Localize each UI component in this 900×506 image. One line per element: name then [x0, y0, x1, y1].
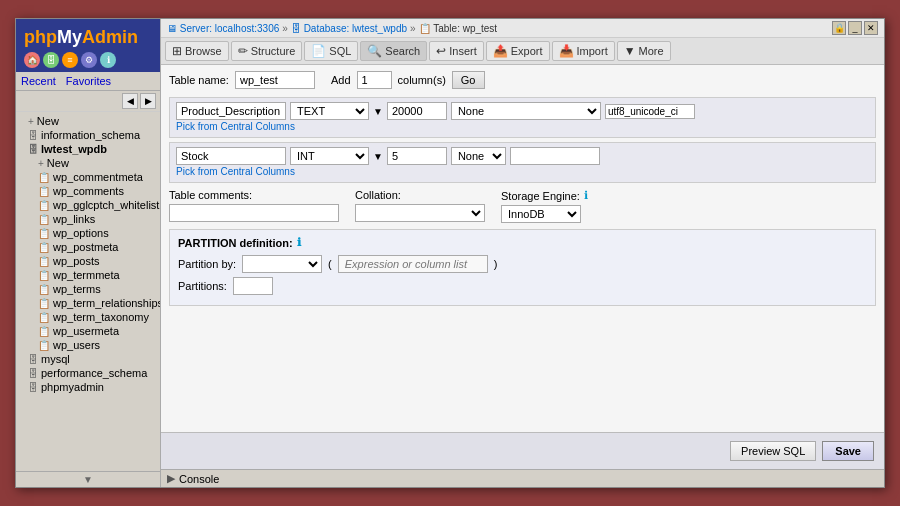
search-icon: 🔍 — [367, 44, 382, 58]
tree-item-information-schema[interactable]: 🗄 information_schema — [16, 128, 160, 142]
tree-label: New — [47, 157, 69, 169]
sql-icon[interactable]: ≡ — [62, 52, 78, 68]
tree-item-performance-schema[interactable]: 🗄 performance_schema — [16, 366, 160, 380]
col1-type-select[interactable]: TEXT INT VARCHAR — [290, 102, 369, 120]
col1-default-select[interactable]: None NULL CURRENT_TIMESTAMP — [451, 102, 601, 120]
table-name-input[interactable] — [235, 71, 315, 89]
tree-label: wp_usermeta — [53, 325, 119, 337]
table-icon: 📋 — [38, 270, 50, 281]
tree-item-wp-comments[interactable]: 📋 wp_comments — [16, 184, 160, 198]
table-icon: 📋 — [38, 312, 50, 323]
table-comments-group: Table comments: — [169, 189, 339, 223]
col2-pick-central[interactable]: Pick from Central Columns — [176, 165, 869, 178]
database-breadcrumb[interactable]: 🗄 Database: lwtest_wpdb — [291, 23, 407, 34]
recent-nav[interactable]: Recent — [21, 75, 56, 87]
col2-default-select[interactable]: None NULL — [451, 147, 506, 165]
minimize-btn[interactable]: _ — [848, 21, 862, 35]
table-comments-label: Table comments: — [169, 189, 339, 201]
gear-icon[interactable]: ⚙ — [81, 52, 97, 68]
tree-label: lwtest_wpdb — [41, 143, 107, 155]
sep2: » — [410, 23, 416, 34]
tree-item-wp-postmeta[interactable]: 📋 wp_postmeta — [16, 240, 160, 254]
storage-engine-info-icon[interactable]: ℹ — [584, 189, 588, 202]
table-icon: 📋 — [38, 214, 50, 225]
tree-item-wp-commentmeta[interactable]: 📋 wp_commentmeta — [16, 170, 160, 184]
table-icon: 📋 — [38, 326, 50, 337]
logo-icons: 🏠 🗄 ≡ ⚙ ℹ — [24, 52, 152, 68]
collation-group: Collation: utf8_unicode_ci utf8_general_… — [355, 189, 485, 223]
more-btn[interactable]: ▼ More — [617, 41, 671, 61]
sidebar-controls: ◀ ▶ — [16, 91, 160, 112]
tree-item-wp-posts[interactable]: 📋 wp_posts — [16, 254, 160, 268]
export-btn[interactable]: 📤 Export — [486, 41, 550, 61]
storage-engine-select[interactable]: InnoDB MyISAM MEMORY — [501, 205, 581, 223]
col2-name-input[interactable] — [176, 147, 286, 165]
sidebar-nav: Recent Favorites — [16, 72, 160, 91]
browse-btn[interactable]: ⊞ Browse — [165, 41, 229, 61]
table-icon: 📋 — [38, 200, 50, 211]
sidebar-collapse-btn[interactable]: ◀ — [122, 93, 138, 109]
tree-label: wp_terms — [53, 283, 101, 295]
tree-label: mysql — [41, 353, 70, 365]
col2-type-select[interactable]: INT TEXT VARCHAR — [290, 147, 369, 165]
partition-expr-input[interactable] — [338, 255, 488, 273]
tree-item-wp-usermeta[interactable]: 📋 wp_usermeta — [16, 324, 160, 338]
col1-collation-input[interactable] — [605, 104, 695, 119]
col1-pick-central[interactable]: Pick from Central Columns — [176, 120, 869, 133]
insert-btn[interactable]: ↩ Insert — [429, 41, 484, 61]
partition-by-select[interactable]: HASH KEY RANGE LIST — [242, 255, 322, 273]
column-def-row-1: TEXT INT VARCHAR ▼ None NULL CURRENT_TIM… — [176, 102, 869, 120]
lock-icon[interactable]: 🔒 — [832, 21, 846, 35]
import-btn[interactable]: 📥 Import — [552, 41, 615, 61]
partitions-input[interactable] — [233, 277, 273, 295]
col1-name-input[interactable] — [176, 102, 286, 120]
tree-item-new-root[interactable]: + New — [16, 114, 160, 128]
col1-length-input[interactable] — [387, 102, 447, 120]
add-number-input[interactable] — [357, 71, 392, 89]
db-icon: 🗄 — [28, 130, 38, 141]
tree-item-wp-terms[interactable]: 📋 wp_terms — [16, 282, 160, 296]
search-btn[interactable]: 🔍 Search — [360, 41, 427, 61]
favorites-nav[interactable]: Favorites — [66, 75, 111, 87]
tree-item-wp-links[interactable]: 📋 wp_links — [16, 212, 160, 226]
home-icon[interactable]: 🏠 — [24, 52, 40, 68]
server-breadcrumb[interactable]: 🖥 Server: localhost:3306 — [167, 23, 279, 34]
go-button[interactable]: Go — [452, 71, 485, 89]
sidebar-expand-btn[interactable]: ▶ — [140, 93, 156, 109]
close-btn[interactable]: ✕ — [864, 21, 878, 35]
table-icon: 📋 — [38, 242, 50, 253]
plus-icon: + — [28, 116, 34, 127]
column-def-1: TEXT INT VARCHAR ▼ None NULL CURRENT_TIM… — [169, 97, 876, 138]
col2-length-input[interactable] — [387, 147, 447, 165]
tree-item-phpmyadmin[interactable]: 🗄 phpmyadmin — [16, 380, 160, 394]
collation-select[interactable]: utf8_unicode_ci utf8_general_ci — [355, 204, 485, 222]
tree-item-lwtest-wpdb[interactable]: 🗄 lwtest_wpdb — [16, 142, 160, 156]
database-icon[interactable]: 🗄 — [43, 52, 59, 68]
tree-label: wp_term_taxonomy — [53, 311, 149, 323]
tree-item-wp-users[interactable]: 📋 wp_users — [16, 338, 160, 352]
console-label[interactable]: Console — [179, 473, 219, 485]
save-button[interactable]: Save — [822, 441, 874, 461]
partition-info-icon[interactable]: ℹ — [297, 236, 301, 249]
tree-item-wp-term-rel[interactable]: 📋 wp_term_relationships — [16, 296, 160, 310]
preview-sql-button[interactable]: Preview SQL — [730, 441, 816, 461]
tree-item-wp-termmeta[interactable]: 📋 wp_termmeta — [16, 268, 160, 282]
table-breadcrumb: 📋 Table: wp_test — [419, 23, 498, 34]
column-def-2: INT TEXT VARCHAR ▼ None NULL Pick from C… — [169, 142, 876, 183]
tree-item-mysql[interactable]: 🗄 mysql — [16, 352, 160, 366]
table-name-row: Table name: Add column(s) Go — [169, 71, 876, 89]
partitions-row: Partitions: — [178, 277, 867, 295]
tree-label: wp_commentmeta — [53, 171, 143, 183]
info-icon[interactable]: ℹ — [100, 52, 116, 68]
footer-bar: Preview SQL Save — [161, 432, 884, 469]
tree-item-wp-options[interactable]: 📋 wp_options — [16, 226, 160, 240]
tree-item-wp-term-tax[interactable]: 📋 wp_term_taxonomy — [16, 310, 160, 324]
app-window: phpMyAdmin 🏠 🗄 ≡ ⚙ ℹ Recent Favorites ◀ … — [15, 18, 885, 488]
tree-item-new[interactable]: + New — [16, 156, 160, 170]
table-comments-input[interactable] — [169, 204, 339, 222]
sql-btn[interactable]: 📄 SQL — [304, 41, 358, 61]
tree-item-wp-gglcptch[interactable]: 📋 wp_gglcptch_whitelist — [16, 198, 160, 212]
import-icon: 📥 — [559, 44, 574, 58]
structure-btn[interactable]: ✏ Structure — [231, 41, 303, 61]
col2-collation-input[interactable] — [510, 147, 600, 165]
